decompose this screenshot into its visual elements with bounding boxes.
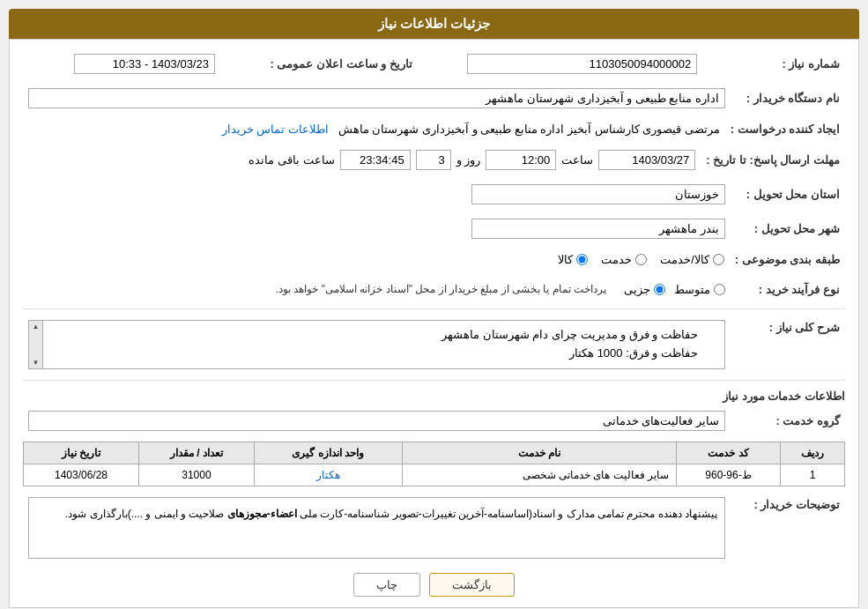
cell-tarikh: 1403/06/28 (24, 464, 139, 486)
tarikh-elan-label: تاریخ و ساعت اعلان عمومی : (220, 50, 418, 78)
scroll-up-arrow[interactable]: ▲ (33, 323, 40, 330)
sharh-label: شرح کلی نیاز : (731, 316, 845, 373)
cell-kod: ط-96-960 (677, 464, 781, 486)
radio-kala-label: کالا (558, 253, 573, 266)
radio-kala-khedmat[interactable]: کالا/خدمت (660, 253, 724, 266)
radio-khedmat-label: خدمت (601, 253, 632, 266)
grooh-label: گروه خدمت : (731, 407, 845, 434)
mohlat-date-value: 1403/03/27 (598, 150, 695, 170)
tavsiyat-label: توضیحات خریدار : (731, 494, 845, 562)
baqi-mande-value: 23:34:45 (340, 150, 411, 170)
tavsiyat-text-end: صلاحیت و ایمنی و ....)بارگذاری شود. (65, 508, 227, 520)
sharh-box: ▲ ▼ حفاظت و فرق و مدیریت چرای دام شهرستا… (28, 320, 725, 369)
shahr-label: شهر محل تحویل : (731, 215, 845, 242)
ostan-label: استان محل تحویل : (731, 181, 845, 208)
back-button[interactable]: بازگشت (429, 573, 515, 597)
tabaqebandi-label: طبقه بندی موضوعی : (730, 249, 845, 270)
mohlat-label: مهلت ارسال پاسخ: تا تاریخ : (701, 146, 845, 174)
col-name: نام خدمت (402, 442, 677, 464)
col-vahed: واحد اندازه گیری (254, 442, 402, 464)
col-tedad: تعداد / مقدار (138, 442, 254, 464)
ijad-konande-label: ایجاد کننده درخواست : (725, 119, 845, 139)
tavsiyat-box: پیشنهاد دهنده محترم تمامی مدارک و اسناد(… (28, 497, 725, 559)
farayand-notice: پرداخت تمام یا بخشی از مبلغ خریدار از مح… (276, 283, 606, 295)
cell-radif: 1 (780, 464, 844, 486)
shahr-value: بندر ماهشهر (471, 219, 725, 239)
scroll-down-arrow[interactable]: ▼ (33, 359, 40, 367)
shomare-niaz-label: شماره نیاز : (702, 50, 845, 78)
ijad-konande-link[interactable]: اطلاعات تماس خریدار (222, 123, 329, 136)
ostan-value: خوزستان (471, 184, 725, 204)
name-dasteghah-value: اداره منابع طبیعی و آبخیزداری شهرستان ما… (28, 88, 725, 108)
radio-khedmat[interactable]: خدمت (601, 253, 647, 266)
sharh-line2: حفاظت و فرق: 1000 هکتار (38, 345, 698, 363)
col-radif: ردیف (780, 442, 844, 464)
col-kod: کد خدمت (677, 442, 781, 464)
services-section-header: اطلاعات خدمات مورد نیاز (23, 390, 845, 403)
table-row: 1 ط-96-960 سایر فعالیت های خدماتی شخصی ه… (24, 464, 845, 486)
services-table: ردیف کد خدمت نام خدمت واحد اندازه گیری ت… (23, 442, 845, 486)
buttons-row: بازگشت چاپ (23, 573, 845, 597)
radio-kala-khedmat-label: کالا/خدمت (660, 253, 709, 266)
rooz-label: روز و (456, 153, 481, 167)
radio-motavasset-label: متوسط (674, 283, 710, 296)
scroll-bar[interactable]: ▲ ▼ (29, 321, 43, 368)
page-title: جزئیات اطلاعات نیاز (9, 9, 859, 39)
tarikh-elan-value: 1403/03/23 - 10:33 (74, 54, 215, 74)
saat-label: ساعت (561, 153, 593, 167)
shomare-niaz-value: 1103050094000002 (467, 54, 698, 74)
ijad-konande-value: مرتضی قیصوری کارشناس آبخیز اداره منابع ط… (338, 123, 720, 136)
col-tarikh: تاریخ نیاز (24, 442, 139, 464)
saat-value: 12:00 (486, 150, 556, 170)
name-dasteghah-label: نام دستگاه خریدار : (731, 85, 845, 112)
radio-kala[interactable]: کالا (558, 253, 588, 266)
sharh-line1: حفاظت و فرق و مدیریت چرای دام شهرستان ما… (38, 326, 698, 345)
tavsiyat-text-start: پیشنهاد دهنده محترم تمامی مدارک و اسناد(… (297, 508, 717, 520)
radio-jozei[interactable]: جزیی (624, 283, 665, 296)
radio-motavasset[interactable]: متوسط (674, 283, 725, 296)
nogh-farayand-label: نوع فرآیند خرید : (731, 277, 845, 301)
tavsiyat-bold: اعضاء-مجوزهای (227, 508, 297, 520)
cell-name: سایر فعالیت های خدماتی شخصی (402, 464, 677, 486)
print-button[interactable]: چاپ (353, 573, 420, 597)
cell-vahed[interactable]: هکتار (254, 464, 402, 486)
cell-tedad: 31000 (138, 464, 254, 486)
grooh-value: سایر فعالیت‌های خدماتی (28, 411, 725, 431)
radio-jozei-label: جزیی (624, 283, 650, 296)
rooz-value: 3 (416, 150, 451, 170)
baqi-mande-label: ساعت باقی مانده (249, 153, 334, 167)
